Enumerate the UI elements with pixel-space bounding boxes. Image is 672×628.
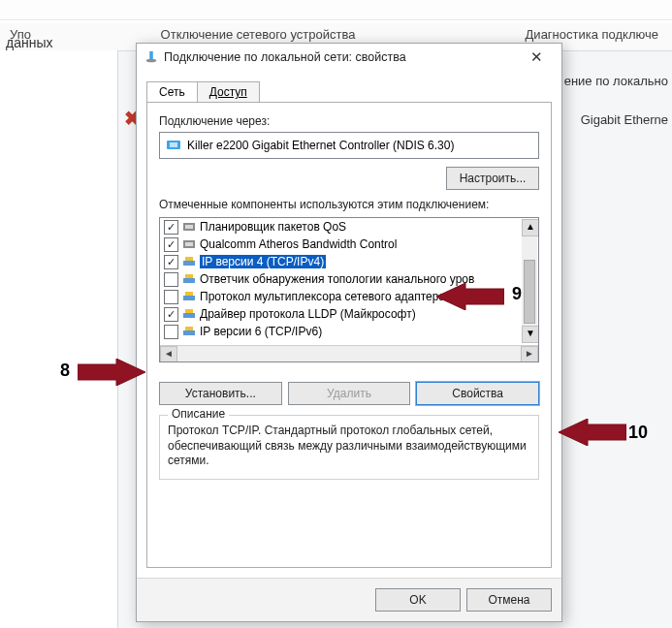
properties-button[interactable]: Свойства [416,382,539,405]
scroll-right-arrow[interactable]: ► [521,346,538,362]
connect-via-label: Подключение через: [159,114,539,128]
service-icon [182,237,196,251]
svg-rect-11 [183,278,195,283]
titlebar: Подключение по локальной сети: свойства … [137,44,561,71]
background-top-bar [0,0,672,20]
list-item[interactable]: Драйвер протокола LLDP (Майкрософт) [160,305,538,323]
annotation-label-8: 8 [60,361,70,381]
bg-sidebar-label: данных [6,35,52,50]
list-item-text: Ответчик обнаружения топологии канальног… [200,272,474,286]
list-item[interactable]: Qualcomm Atheros Bandwidth Control [160,236,538,253]
checkbox[interactable] [164,307,178,322]
checkbox[interactable] [164,272,178,287]
remove-button: Удалить [288,382,411,405]
svg-rect-14 [185,309,193,313]
component-buttons: Установить... Удалить Свойства [159,382,539,405]
list-item[interactable]: Ответчик обнаружения топологии канальног… [160,270,538,288]
list-item-text: Планировщик пакетов QoS [200,220,346,234]
svg-rect-10 [185,274,193,278]
svg-rect-3 [170,142,177,147]
protocol-icon [182,307,196,321]
ok-button[interactable]: OK [375,588,461,612]
description-legend: Описание [168,407,229,421]
vertical-scrollbar[interactable]: ▲ ▼ [522,219,537,343]
bg-right-text-1: ение по локально [564,74,668,88]
checkbox[interactable] [164,237,178,252]
checkbox[interactable] [164,255,178,269]
protocol-icon [182,255,196,268]
horizontal-scrollbar[interactable]: ◄ ► [160,345,538,361]
configure-button[interactable]: Настроить... [446,167,539,190]
cancel-button[interactable]: Отмена [466,588,552,612]
svg-rect-17 [183,330,195,335]
properties-dialog: Подключение по локальной сети: свойства … [136,43,562,622]
svg-point-1 [146,59,157,63]
bg-right-text-2: Gigabit Etherne [581,112,668,127]
list-item-text: Протокол мультиплексора сетевого адаптер… [200,290,468,303]
svg-rect-8 [185,257,193,261]
list-item-text: Драйвер протокола LLDP (Майкрософт) [200,307,416,321]
service-icon [182,220,196,234]
scroll-thumb[interactable] [524,260,535,324]
protocol-icon [182,272,196,286]
tab-row: Сеть Доступ [137,71,561,102]
list-item[interactable]: IP версии 4 (TCP/IPv4) [160,253,538,270]
description-text: Протокол TCP/IP. Стандартный протокол гл… [168,424,530,469]
network-icon [144,50,158,64]
nic-icon [166,139,181,152]
svg-rect-9 [183,261,195,266]
adapter-field: Killer e2200 Gigabit Ethernet Controller… [159,132,539,159]
description-group: Описание Протокол TCP/IP. Стандартный пр… [159,415,539,480]
list-item-text: Qualcomm Atheros Bandwidth Control [200,237,397,251]
checkbox[interactable] [164,290,178,304]
tab-page-network: Подключение через: Killer e2200 Gigabit … [146,102,552,568]
tab-network[interactable]: Сеть [146,81,198,103]
scroll-down-arrow[interactable]: ▼ [522,326,539,343]
svg-rect-0 [149,51,153,60]
adapter-name: Killer e2200 Gigabit Ethernet Controller… [187,139,454,152]
tab-access[interactable]: Доступ [197,81,260,103]
svg-rect-16 [185,327,193,330]
svg-rect-15 [183,313,195,318]
svg-rect-7 [185,242,193,246]
list-item[interactable]: Планировщик пакетов QoS [160,218,538,236]
list-item[interactable]: Протокол мультиплексора сетевого адаптер… [160,288,538,305]
checkbox[interactable] [164,220,178,235]
dialog-footer: OK Отмена [137,578,561,621]
components-list[interactable]: ▲ ▼ Планировщик пакетов QoSQualcomm Athe… [159,217,539,362]
install-button[interactable]: Установить... [159,382,282,405]
protocol-icon [182,290,196,303]
close-button[interactable]: ✕ [517,46,556,69]
protocol-icon [182,325,196,338]
svg-rect-5 [185,225,193,229]
list-item-text: IP версии 4 (TCP/IPv4) [200,255,326,268]
checkbox[interactable] [164,325,178,339]
scroll-up-arrow[interactable]: ▲ [522,219,539,236]
svg-rect-12 [185,292,193,296]
scroll-left-arrow[interactable]: ◄ [160,346,177,362]
dialog-title: Подключение по локальной сети: свойства [164,50,517,64]
components-label: Отмеченные компоненты используются этим … [159,198,539,211]
list-item-text: IP версии 6 (TCP/IPv6) [200,325,322,338]
list-item[interactable]: IP версии 6 (TCP/IPv6) [160,323,538,340]
svg-rect-13 [183,296,195,300]
